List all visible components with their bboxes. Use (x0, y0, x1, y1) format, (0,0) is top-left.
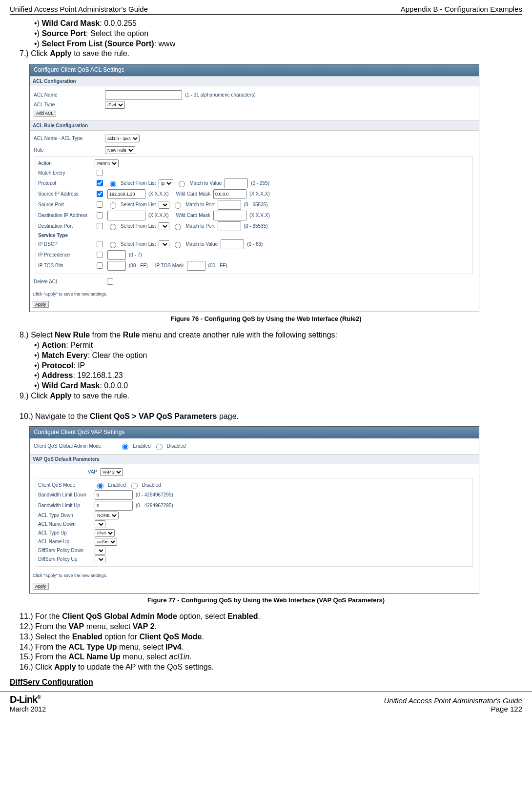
protocol-checkbox[interactable] (97, 180, 103, 186)
match-every-label: Match Every (38, 170, 92, 176)
footer-date: March 2012 (10, 705, 46, 713)
dip-checkbox[interactable] (97, 212, 103, 218)
acl-name-input[interactable] (105, 90, 182, 100)
add-acl-button[interactable]: Add ACL (34, 110, 56, 117)
tos-checkbox[interactable] (97, 262, 103, 269)
bullet-select-from-list: •) Select From List (Source Port): www (34, 39, 522, 49)
atu-select[interactable]: IPv4 (95, 529, 115, 537)
dpu-select[interactable] (95, 555, 105, 563)
footer-title: Unified Access Point Administrator's Gui… (384, 696, 522, 705)
dpd-select[interactable] (95, 547, 105, 555)
tos-input[interactable] (107, 261, 126, 271)
rule-label: Rule (34, 147, 102, 153)
dpd-label: DiffServ Policy Down (38, 547, 92, 554)
header-left: Unified Access Point Administrator's Gui… (10, 5, 148, 13)
delete-acl-checkbox[interactable] (107, 278, 113, 285)
dscp-value-input[interactable] (221, 239, 244, 249)
tos-label: IP TOS Bits (38, 262, 92, 269)
prec-label: IP Precedence (38, 252, 92, 258)
sp-radio-port[interactable] (175, 202, 181, 209)
dpu-label: DiffServ Policy Up (38, 556, 92, 562)
delete-acl-label: Delete ACL (34, 278, 102, 285)
protocol-value-input[interactable] (225, 178, 248, 188)
blu-input[interactable] (95, 501, 133, 511)
sp-select[interactable] (159, 201, 169, 209)
dp-select[interactable] (159, 222, 169, 230)
step-14: 14.) From the ACL Type Up menu, select I… (20, 642, 522, 653)
action-label: Action (38, 160, 92, 166)
cqm-disabled-radio[interactable] (131, 483, 138, 489)
s8-action: •) Action: Permit (34, 340, 522, 351)
sip-input[interactable] (107, 189, 145, 199)
s8-wildcard: •) Wild Card Mask: 0.0.0.0 (34, 381, 522, 391)
dip-wcm-input[interactable] (213, 211, 246, 220)
tos-mask-input[interactable] (187, 261, 205, 271)
dip-input[interactable] (107, 211, 145, 220)
footer-page: Page 122 (491, 705, 522, 713)
section-acl-config: ACL Configuration (30, 76, 479, 86)
s8-match: •) Match Every: Clear the option (34, 351, 522, 361)
step-15: 15.) From the ACL Name Up menu, select a… (20, 652, 522, 662)
acl-type-select[interactable]: IPv4 (105, 101, 125, 109)
acl-name-label: ACL Name (34, 92, 102, 98)
s8-protocol: •) Protocol: IP (34, 361, 522, 371)
protocol-radio-value[interactable] (179, 181, 185, 187)
sip-wcm-input[interactable] (213, 189, 246, 199)
step-10: 10.) Navigate to the Client QoS > VAP Qo… (20, 412, 522, 422)
gam-label: Client QoS Global Admin Mode (34, 443, 117, 449)
acl-type-label: ACL Type (34, 101, 102, 108)
dp-port-input[interactable] (218, 221, 241, 231)
apply-button-fig76[interactable]: Apply (33, 301, 49, 308)
action-select[interactable]: Permit (95, 159, 119, 167)
match-every-checkbox[interactable] (97, 170, 103, 176)
sp-label: Source Port (38, 201, 92, 208)
dp-radio-list[interactable] (110, 224, 116, 230)
apply-note: Click "Apply" to save the new settings. (30, 290, 479, 299)
acl-name-type-label: ACL Name - ACL Type (34, 135, 102, 141)
protocol-label: Protocol (38, 180, 92, 186)
step-8: 8.) Select New Rule from the Rule menu a… (20, 330, 522, 340)
dscp-checkbox[interactable] (97, 241, 103, 247)
dp-label: Destination Port (38, 223, 92, 229)
cqm-enabled-radio[interactable] (97, 483, 103, 489)
prec-input[interactable] (107, 250, 126, 260)
dscp-label: IP DSCP (38, 241, 92, 247)
sip-checkbox[interactable] (97, 191, 103, 197)
brand-logo: D-Link® (10, 694, 41, 705)
acl-name-type-select[interactable]: acl1in - ipv4 (105, 135, 140, 142)
acl-name-hint: (1 - 31 alphanumeric characters) (185, 92, 256, 98)
protocol-radio-list[interactable] (110, 181, 116, 187)
sp-radio-list[interactable] (110, 202, 116, 209)
sp-checkbox[interactable] (97, 201, 103, 208)
gam-enabled-radio[interactable] (122, 444, 128, 450)
diffserv-heading: DiffServ Configuration (10, 677, 522, 688)
dp-radio-port[interactable] (175, 224, 181, 230)
service-type-label: Service Type (38, 232, 92, 238)
step-11: 11.) For the Client QoS Global Admin Mod… (20, 612, 522, 622)
header-right: Appendix B - Configuration Examples (401, 5, 522, 13)
dscp-select[interactable] (159, 240, 169, 248)
protocol-select[interactable]: ip (159, 179, 173, 187)
anu-select[interactable]: acl1in (95, 538, 117, 546)
dp-checkbox[interactable] (97, 223, 103, 229)
figure-77-caption: Figure 77 - Configuring QoS by Using the… (10, 596, 522, 605)
bld-label: Bandwidth Limit Down (38, 492, 92, 498)
sip-label: Source IP Address (38, 191, 92, 197)
acl-settings-title: Configure Client QoS ACL Settings (30, 64, 479, 76)
bld-input[interactable] (95, 490, 133, 500)
dscp-radio-list[interactable] (110, 242, 116, 248)
s8-address: •) Address: 192.168.1.23 (34, 371, 522, 381)
atd-select[interactable]: NONE (95, 512, 119, 519)
and-select[interactable] (95, 520, 105, 528)
dscp-radio-value[interactable] (175, 242, 181, 248)
rule-select[interactable]: New Rule (105, 146, 135, 154)
section-vap-qos: VAP QoS Default Parameters (30, 454, 479, 464)
prec-checkbox[interactable] (97, 252, 103, 258)
apply-button-fig77[interactable]: Apply (33, 583, 49, 590)
and-label: ACL Name Down (38, 521, 92, 527)
apply-note-77: Click "Apply" to save the new settings. (30, 572, 479, 580)
gam-disabled-radio[interactable] (156, 444, 163, 450)
sp-port-input[interactable] (218, 200, 241, 210)
vap-select[interactable]: VAP 2 (100, 468, 123, 476)
section-acl-rule-config: ACL Rule Configuration (30, 120, 479, 131)
